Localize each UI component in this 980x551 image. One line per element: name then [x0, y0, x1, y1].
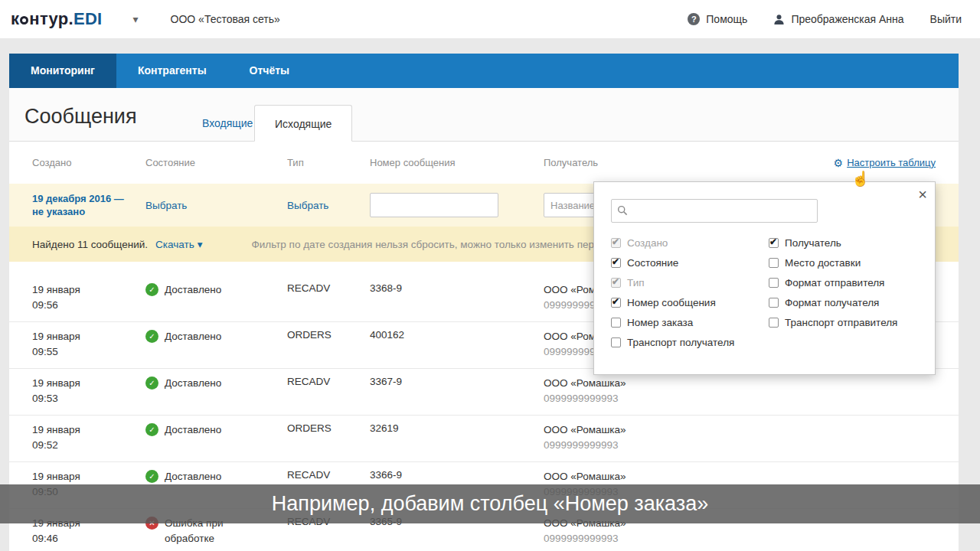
cell-date: 19 января [32, 469, 145, 484]
state-filter-select[interactable]: Выбрать [145, 200, 187, 211]
table-row[interactable]: 19 января09:52 Доставлено ORDERS 32619 О… [9, 416, 959, 462]
checkbox-icon[interactable] [611, 258, 621, 268]
checkbox-icon[interactable] [769, 318, 779, 328]
checkbox-recipient-transport[interactable]: Транспорт получателя [611, 336, 769, 348]
logo-text-ntur: нтур. [29, 9, 74, 29]
col-header-created: Создано [32, 157, 145, 168]
cell-status: Доставлено [165, 329, 221, 344]
cell-type: RECADV [287, 376, 370, 387]
help-link[interactable]: Помощь [688, 13, 747, 25]
found-count: Найдено 11 сообщений. [32, 239, 148, 250]
checkbox-icon[interactable] [769, 238, 779, 248]
checkbox-icon[interactable] [611, 337, 621, 347]
tab-outgoing[interactable]: Исходящие [254, 105, 352, 142]
cell-type: ORDERS [287, 329, 370, 341]
date-filter-link[interactable]: 19 декабря 2016 — не указано [32, 192, 145, 218]
checkbox-label: Формат получателя [785, 297, 879, 308]
status-ok-icon [145, 377, 158, 390]
date-filter-line1: 19 декабря 2016 — [32, 192, 145, 205]
logo-product: EDI [74, 9, 103, 29]
cell-type: RECADV [287, 469, 370, 481]
filter-note: Фильтр по дате создания нельзя сбросить,… [251, 239, 614, 250]
checkbox-delivery-place[interactable]: Место доставки [769, 256, 920, 269]
cell-time: 09:55 [32, 344, 145, 360]
checkbox-recipient[interactable]: Получатель [769, 236, 920, 249]
table-header-row: Создано Состояние Тип Номер сообщения По… [9, 142, 959, 184]
column-search-input[interactable] [611, 199, 818, 223]
nav-item-counterparties[interactable]: Контрагенты [116, 54, 228, 88]
nav-item-reports[interactable]: Отчёты [228, 54, 311, 88]
checkbox-label: Тип [627, 277, 645, 289]
checkbox-label: Транспорт отправителя [785, 317, 897, 328]
type-filter-select[interactable]: Выбрать [287, 200, 328, 211]
gear-icon [834, 157, 844, 169]
cell-number: 3367-9 [370, 376, 544, 387]
kontur-ring-icon [20, 16, 28, 24]
cell-date: 19 января [32, 329, 145, 344]
subtitle-caption: Например, добавим столбец «Номер заказа» [0, 484, 980, 523]
checkbox-order-number[interactable]: Номер заказа [611, 316, 769, 328]
logout-button[interactable]: Выйти [930, 13, 962, 25]
status-ok-icon [145, 330, 158, 343]
table-settings-popup: × Создано Состояние Тип Номер сообщения … [593, 181, 936, 375]
user-name: Преображенская Анна [791, 13, 903, 25]
message-number-filter-input[interactable] [370, 193, 498, 217]
topbar: кнтур.EDI ООО «Тестовая сеть» Помощь Пре… [0, 0, 980, 38]
status-ok-icon [145, 283, 158, 296]
download-link[interactable]: Скачать [155, 238, 202, 250]
kontur-edi-logo: кнтур.EDI [11, 9, 103, 29]
checkbox-sender-format[interactable]: Формат отправителя [769, 276, 920, 289]
cell-recipient: ООО «Ромашка» [544, 469, 936, 484]
checkbox-icon[interactable] [611, 298, 621, 308]
org-dropdown-chevron-icon[interactable] [126, 8, 146, 30]
card-header: Сообщения Входящие Исходящие [9, 88, 959, 142]
mouse-cursor-icon: ☝ [851, 170, 870, 187]
table-row[interactable]: 19 января09:53 Доставлено RECADV 3367-9 … [9, 369, 959, 416]
cell-type: RECADV [287, 282, 370, 294]
status-ok-icon [145, 423, 158, 436]
cell-status: Доставлено [165, 422, 221, 438]
checkbox-sender-transport[interactable]: Транспорт отправителя [769, 316, 920, 328]
help-label: Помощь [706, 13, 747, 25]
cell-number: 400162 [370, 329, 544, 341]
cell-status: Доставлено [165, 282, 221, 298]
checkbox-state[interactable]: Состояние [611, 256, 769, 269]
checkbox-icon [611, 238, 621, 248]
user-menu[interactable]: Преображенская Анна [773, 13, 903, 25]
checkbox-label: Номер заказа [627, 317, 693, 328]
page-title: Сообщения [24, 105, 137, 129]
col-header-type: Тип [287, 157, 370, 168]
checkbox-label: Создано [627, 237, 668, 249]
cell-number: 32619 [370, 422, 544, 434]
col-header-state: Состояние [145, 157, 287, 168]
date-filter-line2: не указано [32, 205, 145, 218]
logo-text-k: к [11, 9, 19, 29]
checkbox-icon[interactable] [769, 278, 779, 288]
configure-table-label: Настроить таблицу [847, 157, 936, 168]
checkbox-label: Номер сообщения [627, 297, 716, 308]
cell-date: 19 января [32, 282, 145, 298]
user-icon [773, 14, 785, 25]
checkbox-icon [611, 278, 621, 288]
nav-item-monitoring[interactable]: Мониторинг [9, 54, 116, 88]
cell-date: 19 января [32, 422, 145, 438]
configure-table-link[interactable]: Настроить таблицу [834, 157, 936, 169]
checkbox-icon[interactable] [611, 318, 621, 328]
cell-recipient: ООО «Ромашка» [544, 422, 936, 438]
checkbox-label: Получатель [785, 237, 841, 249]
checkbox-icon[interactable] [769, 298, 779, 308]
checkbox-icon[interactable] [769, 258, 779, 268]
cell-status: Доставлено [165, 376, 221, 391]
cell-recipient: ООО «Ромашка» [544, 376, 936, 391]
status-ok-icon [145, 470, 158, 483]
checkbox-created: Создано [611, 236, 769, 249]
cell-time: 09:53 [32, 391, 145, 406]
checkbox-recipient-format[interactable]: Формат получателя [769, 296, 920, 308]
cell-number: 3368-9 [370, 282, 544, 294]
org-name[interactable]: ООО «Тестовая сеть» [171, 13, 280, 25]
close-icon[interactable]: × [918, 187, 927, 202]
checkbox-type: Тип [611, 276, 769, 289]
col-header-recipient: Получатель [544, 157, 598, 168]
cell-date: 19 января [32, 376, 145, 391]
checkbox-message-number[interactable]: Номер сообщения [611, 296, 769, 308]
